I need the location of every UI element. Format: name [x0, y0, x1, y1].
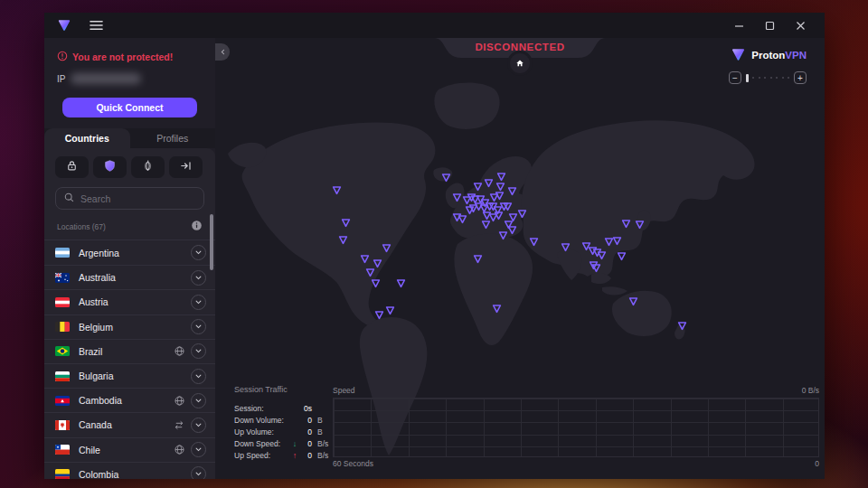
country-row[interactable]: Cambodia — [44, 388, 215, 412]
hamburger-menu-icon[interactable] — [84, 16, 108, 34]
server-location-marker[interactable] — [359, 252, 371, 264]
tab-countries[interactable]: Countries — [44, 128, 130, 148]
country-row[interactable]: Chile — [44, 437, 215, 462]
server-location-marker[interactable] — [483, 176, 495, 188]
ip-address-redacted — [71, 73, 141, 84]
server-location-marker[interactable] — [611, 234, 623, 246]
map-area: DISCONNECTED ProtonVPN − + Session Traf — [215, 38, 825, 479]
search-box[interactable] — [55, 187, 204, 210]
session-stat-row: Session: 0s — [234, 402, 330, 414]
speed-chart: Speed 0 B/s 60 Seconds 0 — [333, 386, 819, 468]
sidebar: You are not protected! IP Quick Connect … — [44, 38, 215, 479]
server-location-marker[interactable] — [620, 217, 632, 229]
country-row[interactable]: Argentina — [44, 240, 215, 265]
chevron-down-icon[interactable] — [191, 295, 206, 310]
flag-colombia-icon — [55, 469, 70, 479]
chevron-down-icon[interactable] — [191, 270, 206, 286]
globe-icon — [172, 444, 186, 455]
server-location-marker[interactable] — [340, 216, 352, 228]
filter-tor-icon[interactable] — [131, 156, 165, 178]
chevron-down-icon[interactable] — [191, 466, 206, 479]
info-icon[interactable] — [191, 219, 203, 235]
tor-icon — [141, 159, 155, 175]
flag-austria-icon — [55, 297, 70, 307]
proton-logo-icon — [57, 18, 71, 33]
scrollbar-thumb[interactable] — [210, 214, 213, 270]
country-row[interactable]: Bulgaria — [44, 363, 215, 388]
minimize-button[interactable] — [723, 15, 754, 35]
zoom-in-button[interactable]: + — [794, 71, 807, 84]
country-row[interactable]: Austria — [44, 289, 215, 314]
country-row[interactable]: Brazil — [44, 339, 215, 363]
filter-lock-icon[interactable] — [55, 156, 89, 178]
server-location-marker[interactable] — [457, 212, 468, 224]
quick-connect-button[interactable]: Quick Connect — [62, 98, 197, 117]
flag-belgium-icon — [55, 322, 70, 332]
country-row[interactable]: Canada — [44, 412, 215, 436]
ip-label: IP — [57, 74, 65, 84]
protonvpn-logo-icon — [731, 47, 746, 62]
country-list: Argentina Australia Austria Belgium Braz… — [44, 239, 215, 479]
server-location-marker[interactable] — [491, 302, 503, 314]
filter-secure-core-shield-icon[interactable] — [93, 156, 127, 178]
speed-chart-max-label: 0 B/s — [802, 386, 819, 395]
p2p-icon — [179, 159, 193, 175]
server-location-marker[interactable] — [634, 218, 646, 230]
server-filters — [44, 148, 215, 183]
flag-brazil-icon — [55, 346, 70, 356]
flag-canada-icon — [55, 420, 70, 430]
filter-p2p-icon[interactable] — [169, 156, 203, 178]
zoom-track-dot — [788, 77, 789, 79]
server-location-marker[interactable] — [627, 295, 639, 306]
server-location-marker[interactable] — [370, 277, 382, 288]
server-location-marker[interactable] — [373, 308, 385, 320]
home-button[interactable] — [510, 53, 530, 73]
titlebar — [44, 13, 825, 38]
server-location-marker[interactable] — [331, 183, 343, 195]
country-row[interactable]: Belgium — [44, 314, 215, 339]
chevron-down-icon[interactable] — [191, 418, 206, 433]
zoom-slider[interactable] — [746, 74, 789, 82]
search-input[interactable] — [80, 193, 203, 204]
server-location-marker[interactable] — [676, 319, 688, 331]
country-row[interactable]: Colombia — [44, 462, 215, 479]
country-row[interactable]: Australia — [44, 265, 215, 289]
zoom-slider-handle[interactable] — [746, 74, 749, 82]
server-location-marker[interactable] — [616, 249, 627, 261]
connection-status-block: You are not protected! IP — [44, 38, 215, 98]
locations-count-label: Locations (67) — [57, 222, 191, 231]
server-location-marker[interactable] — [528, 235, 540, 247]
countries-panel: Locations (67) Argentina Australia Austr… — [44, 148, 215, 479]
server-location-marker[interactable] — [395, 277, 407, 288]
up-arrow-icon: ↑ — [290, 451, 299, 460]
server-location-marker[interactable] — [506, 184, 518, 196]
tab-profiles[interactable]: Profiles — [130, 128, 216, 148]
maximize-button[interactable] — [754, 15, 785, 35]
speed-chart-grid — [333, 398, 819, 457]
zoom-out-button[interactable]: − — [729, 71, 741, 84]
server-location-marker[interactable] — [384, 304, 396, 315]
lock-icon — [65, 159, 79, 175]
zoom-track-dot — [752, 77, 754, 79]
chevron-down-icon[interactable] — [191, 442, 206, 457]
chevron-down-icon[interactable] — [191, 245, 206, 260]
flag-chile-icon — [55, 445, 70, 455]
server-location-marker[interactable] — [440, 171, 452, 183]
chevron-down-icon[interactable] — [191, 393, 206, 408]
server-location-marker[interactable] — [590, 261, 602, 273]
chevron-down-icon[interactable] — [191, 343, 206, 359]
flag-cambodia-icon — [55, 396, 70, 406]
map-zoom-control: − + — [729, 71, 807, 84]
server-location-marker[interactable] — [560, 240, 571, 252]
server-location-marker[interactable] — [516, 207, 528, 219]
sidebar-tabs: Countries Profiles — [44, 128, 215, 148]
server-location-marker[interactable] — [381, 241, 392, 253]
chevron-down-icon[interactable] — [191, 319, 206, 334]
close-button[interactable] — [785, 15, 816, 35]
flag-australia-icon — [55, 273, 70, 283]
server-location-marker[interactable] — [480, 218, 492, 230]
server-location-marker[interactable] — [337, 233, 349, 245]
search-icon — [63, 191, 75, 207]
server-location-marker[interactable] — [472, 252, 484, 264]
chevron-down-icon[interactable] — [191, 369, 206, 384]
